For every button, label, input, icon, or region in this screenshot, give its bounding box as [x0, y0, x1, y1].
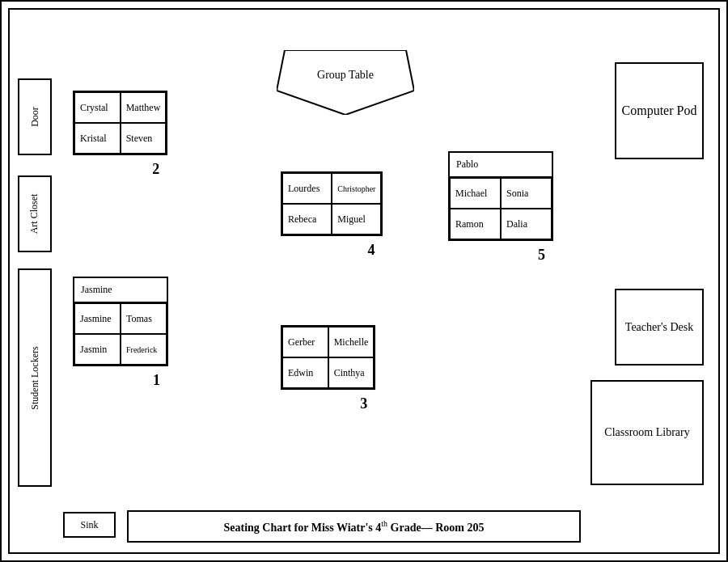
- art-closet-label: Art Closet: [18, 175, 52, 252]
- cell-steven: Steven: [121, 123, 167, 154]
- door-label: Door: [18, 78, 52, 155]
- cell-cinthya: Cinthya: [328, 357, 375, 388]
- cell-ramon: Ramon: [450, 209, 501, 239]
- cell-jasmine: Jasmine: [74, 303, 121, 334]
- group-5-grid: Michael Sonia Ramon Dalia: [448, 176, 553, 241]
- group-2-grid: Crystal Matthew Kristal Steven: [73, 91, 167, 155]
- computer-pod: Computer Pod: [615, 62, 704, 159]
- cell-tomas: Tomas: [121, 303, 167, 334]
- cell-dalia: Dalia: [501, 209, 552, 239]
- group-2-number: 2: [152, 161, 159, 178]
- group-5: Pablo Michael Sonia Ramon Dalia 5: [448, 151, 553, 241]
- cell-frederick: Frederick: [121, 334, 167, 365]
- cell-gerber: Gerber: [282, 327, 328, 357]
- group-3-grid: Gerber Michelle Edwin Cinthya: [281, 325, 375, 390]
- group-4: Lourdes Christopher Rebeca Miguel 4: [281, 171, 383, 236]
- group-2: Crystal Matthew Kristal Steven 2: [73, 91, 167, 155]
- cell-christopher: Christopher: [332, 173, 381, 204]
- group-4-number: 4: [367, 242, 375, 259]
- cell-sonia: Sonia: [501, 178, 552, 209]
- cell-pablo-top: Pablo: [448, 151, 553, 176]
- seating-chart-title: Seating Chart for Miss Wiatr's 4th Grade…: [127, 510, 581, 543]
- svg-text:Group Table: Group Table: [317, 69, 374, 81]
- student-lockers-label: Student Lockers: [18, 268, 52, 487]
- door-text: Door: [28, 107, 40, 127]
- cell-jasmin: Jasmin: [74, 334, 121, 365]
- group-3-number: 3: [360, 395, 367, 412]
- student-lockers-text: Student Lockers: [29, 346, 41, 409]
- teachers-desk-text: Teacher's Desk: [625, 321, 693, 334]
- svg-marker-0: [277, 50, 414, 115]
- group-3: Gerber Michelle Edwin Cinthya 3: [281, 325, 375, 390]
- group-4-grid: Lourdes Christopher Rebeca Miguel: [281, 171, 383, 236]
- cell-rebeca: Rebeca: [282, 204, 332, 235]
- cell-jasmine-top: Jasmine: [73, 277, 168, 302]
- sink-label: Sink: [63, 512, 116, 538]
- art-closet-text: Art Closet: [29, 194, 41, 235]
- sink-text: Sink: [80, 519, 98, 531]
- classroom-library: Classroom Library: [590, 380, 704, 485]
- group-1: Jasmine Jasmine Tomas Jasmin Frederick 1: [73, 277, 168, 366]
- cell-michael: Michael: [450, 178, 501, 209]
- cell-miguel: Miguel: [332, 204, 381, 235]
- cell-crystal: Crystal: [74, 92, 121, 123]
- cell-matthew: Matthew: [121, 92, 167, 123]
- group-1-grid: Jasmine Tomas Jasmin Frederick: [73, 302, 168, 366]
- classroom-library-text: Classroom Library: [604, 426, 689, 439]
- group-table: Group Table: [277, 50, 414, 115]
- group-5-number: 5: [538, 247, 545, 264]
- cell-edwin: Edwin: [282, 357, 328, 388]
- computer-pod-text: Computer Pod: [622, 104, 697, 118]
- title-text: Seating Chart for Miss Wiatr's 4th Grade…: [223, 519, 484, 535]
- teachers-desk: Teacher's Desk: [615, 289, 704, 366]
- cell-kristal: Kristal: [74, 123, 121, 154]
- group-1-number: 1: [153, 372, 160, 389]
- cell-michelle: Michelle: [328, 327, 375, 357]
- cell-lourdes: Lourdes: [282, 173, 332, 204]
